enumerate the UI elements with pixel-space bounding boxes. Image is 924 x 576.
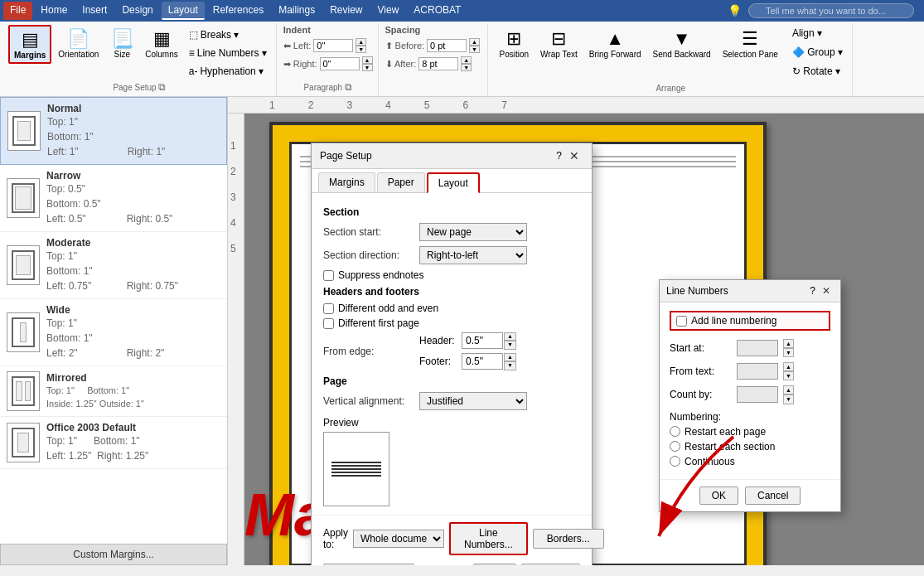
tab-margins[interactable]: Margins	[318, 172, 375, 192]
apply-to-select[interactable]: Whole document This section	[353, 530, 444, 548]
margins-item-mirrored[interactable]: Mirrored Top: 1" Bottom: 1" Inside: 1.25…	[0, 366, 227, 417]
page-setup-title-bar: Page Setup ? ✕	[312, 143, 592, 169]
tab-layout[interactable]: Layout	[427, 172, 480, 193]
restart-page-label: Restart each page	[685, 426, 766, 438]
indent-right-input[interactable]	[320, 57, 360, 70]
menu-file[interactable]: File	[3, 2, 32, 20]
count-by-input[interactable]	[737, 386, 778, 403]
tab-paper[interactable]: Paper	[377, 172, 425, 192]
send-backward-icon: ▼	[673, 28, 691, 50]
header-input[interactable]	[462, 332, 503, 349]
vertical-align-label: Vertical alignment:	[323, 395, 414, 407]
borders-btn[interactable]: Borders...	[533, 529, 604, 549]
line-numbers-button[interactable]: ≡ Line Numbers ▾	[185, 45, 271, 61]
page-setup-close[interactable]: ✕	[565, 148, 583, 163]
position-button[interactable]: ⊞ Position	[495, 25, 535, 62]
menu-design[interactable]: Design	[115, 2, 159, 20]
section-direction-select[interactable]: Right-to-left Left-to-right	[419, 246, 527, 264]
menu-layout[interactable]: Layout	[162, 2, 205, 20]
margins-item-wide[interactable]: Wide Top: 1"Bottom: 1" Left: 2"Right: 2"	[0, 299, 227, 366]
suppress-endnotes-checkbox[interactable]	[323, 270, 334, 281]
menu-references[interactable]: References	[206, 2, 270, 20]
bring-forward-button[interactable]: ▲ Bring Forward	[584, 25, 646, 62]
line-numbers-ok-btn[interactable]: OK	[699, 486, 738, 505]
from-text-input[interactable]	[737, 363, 778, 380]
continuous-label: Continuous	[685, 456, 735, 467]
different-first-page-label: Different first page	[338, 317, 419, 329]
doc-area: 1 2 3 4 5 6 7 1 2 3 4 5	[228, 97, 924, 565]
page-setup-tabs: Margins Paper Layout	[312, 169, 592, 193]
different-odd-even-checkbox[interactable]	[323, 303, 334, 314]
set-as-default-btn[interactable]: Set As Default	[323, 564, 414, 565]
margins-button[interactable]: ▤ Margins	[8, 25, 51, 64]
group-button[interactable]: 🔷 Group ▾	[788, 44, 847, 61]
page-setup-cancel-btn[interactable]: Cancel	[521, 564, 580, 565]
bring-forward-label: Bring Forward	[589, 50, 641, 59]
margins-moderate-icon	[7, 245, 40, 285]
page-setup-help[interactable]: ?	[556, 150, 562, 162]
breaks-icon: ⬚	[189, 29, 198, 41]
section-start-select[interactable]: New page Continuous Odd page Even page	[419, 223, 527, 241]
restart-section-label: Restart each section	[685, 441, 775, 453]
spacing-before-input[interactable]	[427, 39, 467, 52]
section-title: Section	[323, 206, 580, 218]
line-numbers-label: Line Numbers ▾	[197, 47, 267, 59]
hyphenation-label: Hyphenation ▾	[200, 65, 264, 77]
start-at-input[interactable]	[737, 340, 778, 356]
menu-view[interactable]: View	[371, 2, 406, 20]
bring-forward-icon: ▲	[606, 28, 624, 50]
columns-button[interactable]: ▦ Columns	[140, 25, 182, 62]
orientation-button[interactable]: 📄 Orientation	[53, 25, 104, 62]
page-setup-title: Page Setup	[320, 150, 372, 162]
margins-label: Margins	[14, 51, 46, 60]
indent-left-input[interactable]	[313, 39, 353, 52]
columns-label: Columns	[145, 50, 177, 59]
hyphenation-icon: a-	[189, 65, 198, 77]
rotate-button[interactable]: ↻ Rotate ▾	[788, 63, 847, 80]
menu-mailings[interactable]: Mailings	[272, 2, 322, 20]
wrap-text-icon: ⊟	[551, 28, 566, 50]
vertical-ruler: 1 2 3 4 5	[228, 114, 244, 565]
headers-footers-title: Headers and footers	[323, 286, 580, 298]
add-line-numbering-checkbox[interactable]	[676, 316, 687, 327]
custom-margins-button[interactable]: Custom Margins...	[0, 544, 227, 565]
page-setup-ok-btn[interactable]: OK	[473, 564, 515, 565]
line-numbers-cancel-btn[interactable]: Cancel	[745, 486, 801, 505]
margins-item-moderate[interactable]: Moderate Top: 1"Bottom: 1" Left: 0.75"Ri…	[0, 232, 227, 299]
margins-wide-icon	[7, 312, 40, 352]
breaks-button[interactable]: ⬚ Breaks ▾	[185, 27, 271, 43]
line-numbers-title-bar: Line Numbers ? ✕	[660, 280, 840, 303]
wrap-text-label: Wrap Text	[540, 50, 578, 59]
restart-page-radio[interactable]	[670, 426, 680, 437]
margins-item-normal[interactable]: Normal Top: 1"Bottom: 1" Left: 1"Right: …	[0, 97, 227, 165]
vertical-align-select[interactable]: Top Center Justified Bottom	[419, 392, 527, 410]
page-setup-dialog: Page Setup ? ✕ Margins Paper Layout Sect…	[311, 143, 593, 565]
narrow-label: Narrow	[46, 170, 220, 182]
hyphenation-button[interactable]: a- Hyphenation ▾	[185, 63, 271, 80]
selection-pane-button[interactable]: ☰ Selection Pane	[718, 25, 783, 62]
line-numbers-close[interactable]: ✕	[819, 284, 834, 298]
horizontal-ruler: 1 2 3 4 5 6 7	[228, 97, 924, 114]
menu-insert[interactable]: Insert	[75, 2, 114, 20]
restart-section-radio[interactable]	[670, 441, 680, 452]
margins-item-narrow[interactable]: Narrow Top: 0.5"Bottom: 0.5" Left: 0.5"R…	[0, 165, 227, 232]
size-button[interactable]: 📃 Size	[105, 25, 138, 62]
wrap-text-button[interactable]: ⊟ Wrap Text	[535, 25, 583, 62]
spacing-after-input[interactable]	[418, 57, 458, 70]
align-button[interactable]: Align ▾	[788, 25, 847, 41]
send-backward-button[interactable]: ▼ Send Backward	[648, 25, 716, 62]
menu-home[interactable]: Home	[34, 2, 74, 20]
line-numbers-dialog-btn[interactable]: Line Numbers...	[449, 522, 528, 555]
margins-narrow-icon	[7, 178, 40, 218]
tell-me-input[interactable]	[748, 3, 914, 18]
menu-review[interactable]: Review	[323, 2, 369, 20]
margins-item-office2003[interactable]: Office 2003 Default Top: 1" Bottom: 1" L…	[0, 417, 227, 469]
menu-acrobat[interactable]: ACROBAT	[407, 2, 467, 20]
line-numbers-help[interactable]: ?	[810, 285, 815, 297]
page-setup-body: Section Section start: New page Continuo…	[312, 193, 592, 515]
continuous-radio[interactable]	[670, 456, 680, 467]
menu-bar: File Home Insert Design Layout Reference…	[0, 0, 924, 22]
footer-input[interactable]	[462, 353, 503, 370]
different-first-page-checkbox[interactable]	[323, 318, 334, 329]
indent-label: Paragraph ⧉	[283, 80, 373, 93]
